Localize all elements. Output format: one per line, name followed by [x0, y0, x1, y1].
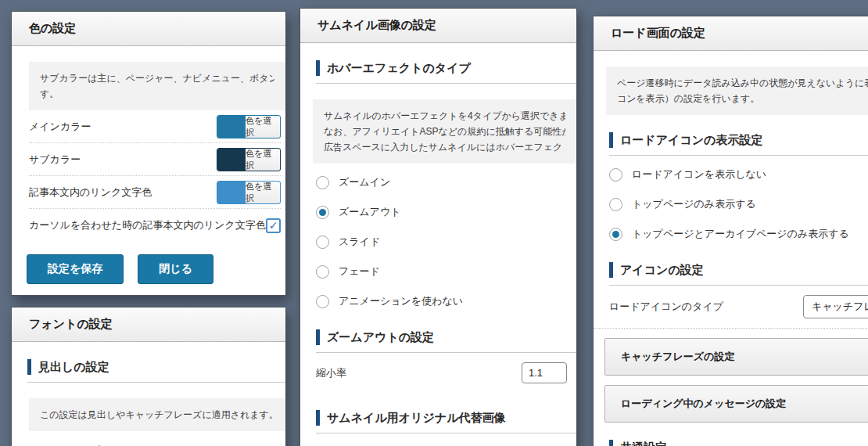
section-icon-settings: アイコンの設定 [594, 262, 868, 278]
info-box: この設定は見出しやキャッチフレーズに適用されます。 [29, 398, 285, 431]
info-line: コンを表示）の設定を行います。 [617, 91, 868, 106]
info-box: サブカラーは主に、ページャー、ナビメニュー、ボタン、テキストリンク す。 [29, 62, 285, 110]
setting-row-hover-link-color: カーソルを合わせた時の記事本文内のリンク文字色 [29, 209, 281, 242]
radio-label: フェード [339, 264, 380, 279]
radio-icon [316, 265, 329, 279]
section-bar [316, 60, 320, 76]
section-title: 見出しの設定 [38, 360, 109, 375]
section-bar [316, 329, 320, 345]
radio-icon [609, 228, 622, 241]
section-divider [316, 433, 576, 433]
radio-option-fade[interactable]: フェード [300, 261, 576, 282]
radio-icon [316, 295, 329, 308]
radio-option-zoom-out[interactable]: ズームアウト [300, 201, 576, 223]
radio-label: ズームアウト [339, 205, 401, 219]
section-bar [609, 440, 613, 446]
loading-message-settings-accordion[interactable]: ローディング中のメッセージの設定 [604, 385, 868, 423]
radio-option-no-animation[interactable]: アニメーションを使わない [300, 290, 576, 312]
font-settings-window: フォントの設定 見出しの設定 この設定は見出しやキャッチフレーズに適用されます。… [11, 307, 286, 446]
hover-link-color-checkbox[interactable] [266, 218, 281, 233]
radio-option-hide-load-icon[interactable]: ロードアイコンを表示しない [594, 164, 868, 185]
setting-row-link-color: 記事本文内のリンク文字色 色を選択 [29, 176, 281, 209]
section-title: 共通設定 [620, 441, 667, 446]
setting-label: サブカラー [29, 153, 81, 167]
radio-label: アニメーションを使わない [339, 294, 463, 308]
window-title: サムネイル画像の設定 [317, 18, 436, 33]
window-title: ロード画面の設定 [611, 26, 705, 41]
section-zoom-out-settings: ズームアウトの設定 [300, 329, 576, 345]
radio-label: トップページとアーカイブページのみ表示する [632, 227, 849, 241]
window-title: 色の設定 [29, 21, 76, 36]
radio-option-top-page-only[interactable]: トップページのみ表示する [594, 193, 868, 215]
color-settings-window: 色の設定 サブカラーは主に、ページャー、ナビメニュー、ボタン、テキストリンク す… [11, 11, 286, 296]
info-line: サブカラーは主に、ページャー、ナビメニュー、ボタン、テキストリンク [40, 70, 274, 86]
section-bar [609, 262, 613, 278]
setting-row-shrink-ratio: 縮小率 [300, 353, 576, 393]
save-settings-button[interactable]: 設定を保存 [27, 254, 124, 284]
radio-option-zoom-in[interactable]: ズームイン [300, 171, 576, 193]
section-bar [316, 410, 320, 426]
setting-row-load-icon-type: ロードアイコンのタイプ キャッチフレーズ [594, 286, 868, 329]
setting-label: メインカラー [29, 120, 91, 134]
radio-label: スライド [339, 235, 380, 249]
setting-label: ロードアイコンのタイプ [609, 300, 723, 314]
radio-icon [316, 176, 329, 189]
section-heading-settings: 見出しの設定 [12, 359, 285, 375]
section-common-settings: 共通設定 [594, 440, 868, 446]
window-title: フォントの設定 [29, 317, 113, 332]
radio-option-slide[interactable]: スライド [300, 231, 576, 253]
section-bar [609, 132, 613, 148]
setting-label: 記事本文内のリンク文字色 [29, 185, 152, 200]
setting-row-main-color: メインカラー 色を選択 [29, 110, 281, 143]
color-swatch [217, 182, 246, 203]
info-line: す。 [40, 86, 274, 102]
load-screen-settings-window: ロード画面の設定 ページ遷移時にデータ読み込み中の状態が見えないように表示させて… [593, 16, 868, 446]
sub-color-picker-button[interactable]: 色を選択 [217, 148, 281, 171]
window-header: フォントの設定 [12, 308, 285, 342]
info-box: ページ遷移時にデータ読み込み中の状態が見えないように表示させておく コンを表示）… [606, 67, 868, 115]
section-title: ロードアイコンの表示設定 [620, 133, 762, 148]
setting-label: カーソルを合わせた時の記事本文内のリンク文字色 [29, 218, 266, 232]
window-header: ロード画面の設定 [594, 16, 868, 51]
section-divider [609, 155, 868, 156]
catchphrase-settings-accordion[interactable]: キャッチフレーズの設定 [604, 338, 868, 376]
radio-label: トップページのみ表示する [632, 197, 756, 211]
section-divider [316, 83, 576, 84]
color-picker-label: 色を選択 [246, 149, 280, 171]
thumbnail-settings-window: サムネイル画像の設定 ホバーエフェクトのタイプ サムネイルのホバーエフェクトを4… [299, 8, 577, 446]
link-color-picker-button[interactable]: 色を選択 [217, 181, 281, 204]
info-line: なお、アフィリエイトASPなどの規約に抵触する可能性がある為、 [324, 124, 565, 139]
section-title: ホバーエフェクトのタイプ [327, 61, 471, 76]
section-title: サムネイル用オリジナル代替画像 [327, 411, 506, 426]
action-buttons: 設定を保存 閉じる [27, 254, 285, 284]
radio-option-top-and-archive[interactable]: トップページとアーカイブページのみ表示する [594, 223, 868, 245]
section-title: ズームアウトの設定 [327, 330, 434, 345]
radio-label: ロードアイコンを表示しない [632, 167, 766, 182]
color-swatch [217, 116, 246, 138]
window-header: 色の設定 [12, 12, 285, 46]
shrink-ratio-input[interactable] [522, 362, 567, 383]
select-value: キャッチフレーズ [812, 300, 868, 314]
section-load-icon-display: ロードアイコンの表示設定 [594, 132, 868, 148]
load-icon-type-select[interactable]: キャッチフレーズ [803, 295, 868, 318]
info-box: サムネイルのホバーエフェクトを4タイプから選択できます。 なお、アフィリエイトA… [313, 99, 576, 164]
radio-icon [609, 168, 622, 182]
info-line: この設定は見出しやキャッチフレーズに適用されます。 [40, 407, 274, 423]
close-button[interactable]: 閉じる [138, 254, 213, 284]
color-picker-label: 色を選択 [246, 116, 280, 138]
info-line: 広告スペースに入力したサムネイルにはホバーエフェクトは付きません。 [324, 139, 565, 155]
section-alt-image: サムネイル用オリジナル代替画像 [300, 410, 576, 426]
color-picker-label: 色を選択 [246, 182, 280, 203]
radio-icon [609, 198, 622, 211]
main-color-picker-button[interactable]: 色を選択 [217, 115, 281, 138]
radio-icon [316, 206, 329, 219]
section-divider [27, 382, 285, 383]
radio-icon [316, 236, 329, 249]
info-line: ページ遷移時にデータ読み込み中の状態が見えないように表示させておく [617, 75, 868, 91]
info-line: サムネイルのホバーエフェクトを4タイプから選択できます。 [324, 108, 565, 124]
section-title: アイコンの設定 [620, 263, 704, 278]
section-bar [27, 359, 31, 375]
color-swatch [217, 149, 246, 171]
setting-row-sub-color: サブカラー 色を選択 [29, 143, 281, 176]
radio-label: ズームイン [339, 175, 390, 189]
